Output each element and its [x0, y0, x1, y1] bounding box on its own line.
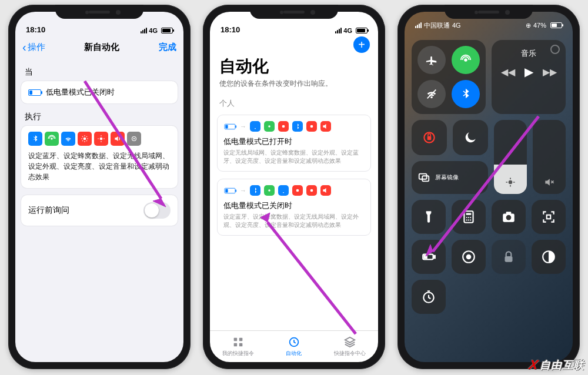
signal-icon — [415, 22, 422, 28]
battery-low-icon — [225, 123, 236, 129]
wifi-tile — [278, 185, 289, 196]
bluetooth-tile — [28, 132, 42, 146]
navbar: ‹ 操作 新自动化 完成 — [15, 35, 183, 59]
watermark: X自由互联 — [529, 357, 584, 373]
status-battery-pct: 47% — [533, 22, 546, 29]
cellular-tile — [45, 132, 59, 146]
airplay-icon[interactable] — [550, 45, 560, 54]
brightness-tile-2 — [306, 185, 317, 196]
svg-point-24 — [310, 189, 313, 192]
signal-icon — [141, 28, 147, 34]
svg-line-30 — [268, 222, 356, 334]
svg-rect-26 — [239, 338, 242, 341]
svg-rect-27 — [233, 343, 237, 347]
svg-point-23 — [296, 189, 299, 192]
prev-track-button[interactable]: ◀◀ — [501, 66, 515, 78]
cellular-tile — [264, 121, 275, 132]
back-button[interactable]: ‹ 操作 — [22, 41, 45, 53]
brightness-tile — [292, 185, 303, 196]
tab-label: 快捷指令中心 — [334, 350, 366, 357]
cellular-button[interactable] — [452, 46, 480, 74]
annotation-arrow — [415, 105, 550, 269]
svg-marker-18 — [153, 199, 166, 207]
svg-point-21 — [310, 125, 313, 128]
nav-title: 新自动化 — [84, 42, 119, 53]
svg-rect-25 — [233, 338, 237, 341]
phone-3-frame: 中国联通 4G ⊕ 47% — [397, 5, 580, 369]
connectivity-panel[interactable] — [412, 40, 486, 114]
annotation-arrow — [250, 205, 368, 346]
grid-icon — [232, 336, 245, 349]
page-subtitle: 使您的设备在条件改变时作出响应。 — [210, 79, 378, 95]
status-bar: 中国联通 4G ⊕ 47% — [405, 12, 573, 38]
bluetooth-button[interactable] — [452, 80, 480, 108]
wifi-button[interactable] — [417, 80, 446, 108]
lock-icon: ⊕ — [526, 22, 531, 29]
svg-point-19 — [268, 125, 270, 128]
svg-marker-66 — [426, 245, 433, 256]
volume-tile — [320, 121, 331, 132]
music-panel[interactable]: 音乐 ◀◀ ▶ ▶▶ — [492, 40, 566, 114]
battery-low-icon — [225, 188, 236, 193]
status-net: 4G — [452, 22, 461, 29]
svg-rect-28 — [239, 343, 242, 347]
automation-card-1[interactable]: → 低电量模式已打开时 设定无线局域网、设定蜂窝数据、设定外观、设定蓝牙、设定亮… — [217, 115, 371, 172]
status-net: 4G — [149, 27, 158, 34]
status-bar: 18:10 4G — [210, 12, 378, 35]
annotation-arrow — [79, 75, 179, 216]
page-title: 自动化 — [210, 53, 378, 79]
svg-point-20 — [282, 125, 285, 128]
svg-marker-31 — [260, 213, 270, 222]
tab-label: 我的快捷指令 — [222, 350, 254, 357]
arrow-icon: → — [240, 123, 246, 130]
cellular-tile — [264, 185, 275, 196]
back-label: 操作 — [28, 42, 45, 53]
tab-label: 自动化 — [286, 350, 302, 357]
add-automation-button[interactable]: + — [353, 36, 370, 53]
svg-point-22 — [268, 189, 270, 192]
battery-icon — [356, 28, 368, 34]
automation-title: 低电量模式已打开时 — [223, 136, 365, 147]
timer-button[interactable] — [412, 280, 446, 314]
svg-point-32 — [464, 58, 467, 62]
airplane-button[interactable] — [417, 46, 446, 74]
section-personal: 个人 — [210, 95, 378, 111]
bluetooth-tile — [250, 185, 260, 196]
battery-low-icon — [28, 89, 41, 96]
status-net: 4G — [343, 27, 352, 34]
svg-line-17 — [85, 81, 161, 199]
wifi-tile — [250, 121, 260, 132]
bluetooth-tile — [292, 121, 303, 132]
music-label: 音乐 — [521, 48, 536, 59]
status-time: 18:10 — [26, 25, 45, 34]
wifi-tile — [61, 132, 75, 146]
play-button[interactable]: ▶ — [524, 65, 533, 79]
automation-desc: 设定无线局域网、设定蜂窝数据、设定外观、设定蓝牙、设定亮度、设定音量和设定减弱动… — [223, 149, 365, 165]
battery-icon — [161, 28, 173, 34]
battery-icon — [550, 22, 562, 28]
next-track-button[interactable]: ▶▶ — [543, 66, 557, 78]
chevron-left-icon: ‹ — [22, 41, 26, 53]
brightness-tile-2 — [306, 121, 317, 132]
status-bar: 18:10 4G — [15, 12, 183, 35]
status-time: 18:10 — [220, 25, 240, 34]
svg-point-0 — [51, 138, 53, 140]
arrow-icon: → — [240, 187, 246, 194]
brightness-tile — [278, 121, 289, 132]
timer-icon — [421, 289, 436, 304]
ask-label: 运行前询问 — [28, 205, 69, 216]
phone-1-frame: 18:10 4G ‹ 操作 新自动化 完成 当 低电量模式已关闭时 执行 — [8, 5, 191, 369]
status-carrier: 中国联通 — [424, 21, 450, 30]
phone-2-frame: 18:10 4G + 自动化 使您的设备在条件改变时作出响应。 个人 → — [203, 5, 385, 369]
signal-icon — [335, 28, 342, 34]
volume-tile — [320, 185, 331, 196]
svg-line-65 — [433, 116, 539, 252]
done-button[interactable]: 完成 — [159, 42, 176, 53]
